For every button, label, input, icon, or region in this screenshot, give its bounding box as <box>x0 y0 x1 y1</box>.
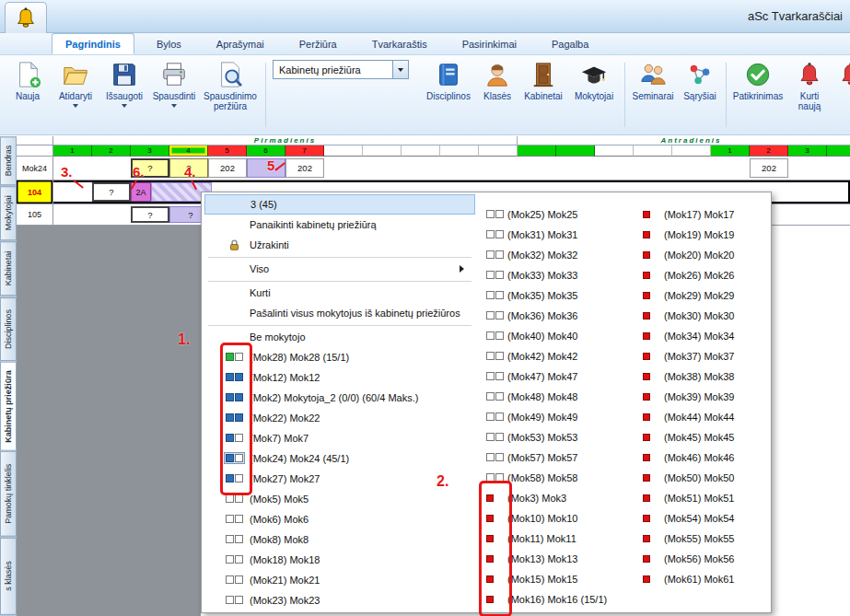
menu-teacher-item[interactable]: (Mok45) Mok45 <box>635 427 771 447</box>
period-header-cell[interactable] <box>672 145 711 157</box>
period-header-cell[interactable]: 6 <box>247 145 285 157</box>
clipped-button[interactable] <box>833 60 850 91</box>
room-cell[interactable]: 202 <box>208 158 247 178</box>
menu-teacher-item[interactable]: (Mok30) Mok30 <box>635 306 771 326</box>
classes-button[interactable]: Klasės <box>477 60 518 101</box>
app-menu-button[interactable] <box>5 2 47 34</box>
menu-teacher-item[interactable]: (Mok23) Mok23 <box>204 590 477 610</box>
teachers-button[interactable]: Mokytojai <box>569 60 619 101</box>
day-header-cell[interactable]: Antradienis <box>518 136 850 145</box>
menu-teacher-item[interactable]: (Mok17) Mok17 <box>635 204 771 225</box>
ribbon-tab[interactable]: Pagalba <box>539 33 601 54</box>
menu-teacher-item[interactable]: (Mok20) Mok20 <box>635 245 771 265</box>
period-header-cell[interactable] <box>479 145 518 157</box>
menu-teacher-item[interactable]: (Mok18) Mok18 <box>204 550 477 570</box>
seminars-button[interactable]: Seminarai <box>630 60 676 101</box>
menu-teacher-item[interactable]: (Mok21) Mok21 <box>204 570 477 590</box>
menu-teacher-item[interactable]: (Mok31) Mok31 <box>478 225 635 245</box>
check-button[interactable]: Patikrinimas <box>729 60 786 101</box>
combobox-dropdown-button[interactable] <box>392 61 408 78</box>
period-header-cell[interactable]: 1 <box>53 145 92 157</box>
period-header-cell[interactable] <box>440 145 479 157</box>
ribbon-tab[interactable]: Aprašymai <box>204 33 277 54</box>
period-header-cell[interactable] <box>556 145 595 157</box>
period-header-cell[interactable]: 3 <box>788 145 827 157</box>
row-label[interactable]: 105 <box>17 204 53 225</box>
menu-teacher-item[interactable]: (Mok36) Mok36 <box>478 306 635 326</box>
menu-teacher-item[interactable]: (Mok8) Mok8 <box>204 529 477 550</box>
menu-teacher-item[interactable]: (Mok6) Mok6 <box>204 509 477 529</box>
generate-new-button[interactable]: Kurti naują <box>788 60 831 111</box>
view-combobox[interactable]: Kabinetų priežiūra <box>273 60 409 79</box>
context-menu-item[interactable]: Viso <box>204 259 475 279</box>
ribbon-tab[interactable]: Peržiūra <box>286 33 350 54</box>
day-header-cell[interactable]: Pirmadienis <box>53 136 518 145</box>
view-tab[interactable]: Disciplinos <box>0 297 17 361</box>
print-preview-button[interactable]: Spausdinimo peržiūra <box>201 60 260 111</box>
classrooms-button[interactable]: Kabinetai <box>519 60 567 101</box>
menu-teacher-item[interactable]: (Mok50) Mok50 <box>635 468 771 488</box>
lesson-cell[interactable]: ? <box>92 182 131 202</box>
menu-teacher-item[interactable]: (Mok55) Mok55 <box>635 529 771 549</box>
dropdown-arrow-icon[interactable] <box>122 104 127 108</box>
period-header-cell[interactable] <box>595 145 634 157</box>
view-tab[interactable]: Pamokų tinklelis <box>0 451 17 537</box>
menu-teacher-item[interactable]: (Mok47) Mok47 <box>478 366 635 387</box>
menu-teacher-item[interactable]: (Mok19) Mok19 <box>635 225 771 245</box>
new-button[interactable]: Nauja <box>6 60 50 101</box>
save-button[interactable]: Išsaugoti <box>101 60 147 108</box>
menu-teacher-item[interactable]: (Mok34) Mok34 <box>635 326 771 346</box>
view-tab[interactable]: Kabinetai <box>0 241 17 296</box>
relations-button[interactable]: Sąryšiai <box>678 60 722 101</box>
period-header-cell[interactable] <box>363 145 402 157</box>
period-header-cell[interactable] <box>634 145 672 157</box>
period-header-cell[interactable]: 1 <box>711 145 750 157</box>
context-menu-item[interactable]: Pašalinti visus mokytojus iš kabinetų pr… <box>204 303 475 323</box>
row-label[interactable]: Mok24 <box>17 157 53 180</box>
period-header-cell[interactable] <box>827 145 850 157</box>
menu-teacher-item[interactable]: (Mok56) Mok56 <box>635 549 771 569</box>
menu-teacher-item[interactable]: (Mok29) Mok29 <box>635 285 771 306</box>
menu-teacher-item[interactable]: (Mok61) Mok61 <box>635 569 771 589</box>
period-header-cell[interactable] <box>324 145 363 157</box>
context-menu-item[interactable]: Panaikinti kabinetų priežiūrą <box>204 215 475 235</box>
menu-teacher-item[interactable]: (Mok40) Mok40 <box>478 326 635 346</box>
menu-teacher-item[interactable]: (Mok49) Mok49 <box>478 407 635 427</box>
period-header-cell[interactable]: 4 <box>169 145 208 157</box>
menu-teacher-item[interactable]: (Mok51) Mok51 <box>635 488 771 508</box>
menu-teacher-item[interactable]: (Mok44) Mok44 <box>635 407 771 427</box>
menu-teacher-item[interactable]: (Mok37) Mok37 <box>635 346 771 366</box>
menu-teacher-item[interactable]: (Mok33) Mok33 <box>478 265 635 285</box>
period-header-cell[interactable]: 3 <box>131 145 169 157</box>
print-button[interactable]: Spausdinti <box>149 60 199 108</box>
menu-teacher-item[interactable]: (Mok38) Mok38 <box>635 366 771 387</box>
room-cell[interactable]: 202 <box>750 158 788 178</box>
menu-teacher-item[interactable]: (Mok39) Mok39 <box>635 387 771 407</box>
menu-teacher-item[interactable]: (Mok53) Mok53 <box>478 427 635 447</box>
menu-teacher-item[interactable]: (Mok48) Mok48 <box>478 387 635 407</box>
period-header-cell[interactable] <box>402 145 440 157</box>
dropdown-arrow-icon[interactable] <box>171 104 177 108</box>
room-cell[interactable]: 202 <box>285 158 324 178</box>
context-menu-item[interactable]: Užrakinti <box>204 235 475 255</box>
menu-teacher-item[interactable]: (Mok42) Mok42 <box>478 346 635 366</box>
period-header-cell[interactable]: 2 <box>750 145 788 157</box>
period-header-cell[interactable]: 2 <box>92 145 131 157</box>
period-header-cell[interactable]: 5 <box>208 145 247 157</box>
ribbon-tab[interactable]: Pasirinkimai <box>449 33 530 54</box>
open-button[interactable]: Atidaryti <box>52 60 99 108</box>
period-header-cell[interactable] <box>518 145 556 157</box>
ribbon-tab[interactable]: Pagrindinis <box>52 33 134 54</box>
dropdown-arrow-icon[interactable] <box>73 104 78 108</box>
lesson-cell[interactable]: ? <box>131 206 169 223</box>
period-header-cell[interactable]: 7 <box>285 145 324 157</box>
subjects-button[interactable]: Disciplinos <box>422 60 475 101</box>
menu-teacher-item[interactable]: (Mok25) Mok25 <box>478 204 635 225</box>
menu-teacher-item[interactable]: (Mok46) Mok46 <box>635 447 771 468</box>
view-tab[interactable]: s klasės <box>0 538 17 615</box>
menu-teacher-item[interactable]: (Mok26) Mok26 <box>635 265 771 285</box>
view-tab[interactable]: Kabinetų priežiūra <box>0 362 17 451</box>
row-label-selected[interactable]: 104 <box>17 180 53 203</box>
menu-teacher-item[interactable]: (Mok35) Mok35 <box>478 285 635 306</box>
view-tab[interactable]: Mokytojai <box>0 186 17 240</box>
